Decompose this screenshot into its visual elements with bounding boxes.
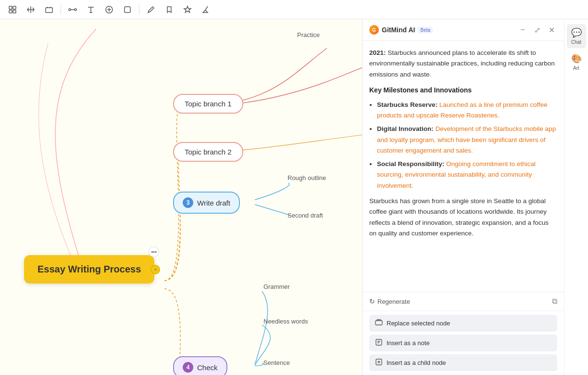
sentence-label: Sentence xyxy=(263,359,290,366)
topic-branch-1-label: Topic branch 1 xyxy=(185,100,232,108)
text-tool-btn[interactable] xyxy=(83,2,99,17)
check-label: Check xyxy=(197,363,218,372)
expand-btn[interactable]: ○ xyxy=(150,265,160,274)
svg-rect-9 xyxy=(375,321,382,325)
regen-label: Regenerate xyxy=(377,298,410,305)
panel-brand: G GitMind AI Beta xyxy=(369,25,433,35)
ai-response-text: 2021: Starbucks announced plans to accel… xyxy=(369,48,557,239)
grammer-label: Grammer xyxy=(263,283,290,290)
svg-rect-8 xyxy=(125,7,130,13)
beta-badge: Beta xyxy=(418,27,433,33)
svg-rect-0 xyxy=(9,6,12,9)
svg-point-5 xyxy=(69,9,71,11)
art-label: Art xyxy=(573,65,579,71)
milestone-social: Social Responsibility: Ongoing commitmen… xyxy=(377,159,557,191)
practice-label: Practice xyxy=(297,31,320,39)
conclusion-paragraph: Starbucks has grown from a single store … xyxy=(369,196,557,239)
panel-footer: ↻ Regenerate ⧉ Replace selected node Ins… xyxy=(363,292,564,375)
replace-node-label: Replace selected node xyxy=(387,320,450,327)
regen-icon: ↻ xyxy=(369,297,375,305)
check-node[interactable]: 4 Check xyxy=(173,356,227,375)
topic-branch-1-node[interactable]: Topic branch 1 xyxy=(173,94,243,114)
svg-rect-3 xyxy=(13,10,16,13)
svg-rect-10 xyxy=(376,339,382,345)
insert-note-icon xyxy=(375,338,383,348)
toolbar xyxy=(0,0,588,19)
chat-sidebar-btn[interactable]: 💬 Chat xyxy=(567,24,586,48)
eraser-btn[interactable] xyxy=(198,2,213,17)
regenerate-bar: ↻ Regenerate ⧉ xyxy=(363,292,564,311)
add-node-btn[interactable] xyxy=(101,2,117,17)
svg-rect-2 xyxy=(9,10,12,13)
toolbar-divider-2 xyxy=(139,5,139,14)
art-icon: 🎨 xyxy=(571,53,582,64)
insert-child-btn[interactable]: Insert as a child node xyxy=(369,354,557,371)
insert-note-btn[interactable]: Insert as a note xyxy=(369,335,557,351)
milestone-reserve: Starbucks Reserve: Launched as a line of… xyxy=(377,100,557,121)
write-draft-node[interactable]: 3 Write draft xyxy=(173,192,240,214)
chat-icon: 💬 xyxy=(571,27,582,38)
write-draft-label: Write draft xyxy=(197,199,230,207)
brand-name: GitMind AI xyxy=(382,26,415,34)
brand-icon: G xyxy=(369,25,379,35)
panel-content: 2021: Starbucks announced plans to accel… xyxy=(363,41,564,292)
bookmark-btn[interactable] xyxy=(162,2,177,17)
connector-tool-btn[interactable] xyxy=(65,2,80,17)
art-sidebar-btn[interactable]: 🎨 Art xyxy=(567,50,586,74)
frame-tool-btn[interactable] xyxy=(41,2,57,17)
svg-rect-1 xyxy=(13,6,16,9)
digital-title: Digital Innovation: xyxy=(377,125,436,132)
rough-outline-label: Rough outline xyxy=(288,174,326,181)
social-title: Social Responsibility: xyxy=(377,160,446,168)
needless-words-label: Needless words xyxy=(263,318,308,325)
svg-point-6 xyxy=(75,9,76,11)
milestones-list: Starbucks Reserve: Launched as a line of… xyxy=(369,100,557,191)
regenerate-btn[interactable]: ↻ Regenerate xyxy=(369,297,410,305)
chat-label: Chat xyxy=(571,39,581,45)
main-area: ••• Essay Writing Process ○ Topic branch… xyxy=(0,19,588,375)
write-draft-badge: 3 xyxy=(183,197,193,208)
topic-branch-2-label: Topic branch 2 xyxy=(185,148,232,156)
topic-branch-2-node[interactable]: Topic branch 2 xyxy=(173,142,243,162)
check-badge: 4 xyxy=(183,362,193,373)
panel-controls: − ⤢ ✕ xyxy=(517,24,557,36)
right-panel: G GitMind AI Beta − ⤢ ✕ 2021: Starbucks … xyxy=(362,19,564,375)
milestones-heading: Key Milestones and Innovations xyxy=(369,85,557,96)
insert-note-label: Insert as a note xyxy=(387,339,430,347)
central-node[interactable]: ••• Essay Writing Process ○ xyxy=(24,255,154,284)
action-buttons: Replace selected node Insert as a note I… xyxy=(363,311,564,375)
second-draft-label: Second draft xyxy=(288,212,323,219)
insert-child-label: Insert as a child node xyxy=(387,359,446,366)
copy-btn[interactable]: ⧉ xyxy=(552,297,557,306)
star-btn[interactable] xyxy=(180,2,195,17)
pan-tool-btn[interactable] xyxy=(23,2,38,17)
intro-paragraph: 2021: Starbucks announced plans to accel… xyxy=(369,48,557,80)
replace-node-icon xyxy=(375,319,383,328)
replace-node-btn[interactable]: Replace selected node xyxy=(369,315,557,332)
reserve-title: Starbucks Reserve: xyxy=(377,101,439,108)
central-node-label: Essay Writing Process xyxy=(38,264,141,274)
insert-child-icon xyxy=(375,358,383,367)
mindmap-canvas[interactable]: ••• Essay Writing Process ○ Topic branch… xyxy=(0,19,362,375)
shape-tool-btn[interactable] xyxy=(120,2,135,17)
select-tool-btn[interactable] xyxy=(5,2,20,17)
expand-panel-btn[interactable]: ⤢ xyxy=(531,24,543,36)
close-panel-btn[interactable]: ✕ xyxy=(546,24,557,36)
minimize-btn[interactable]: − xyxy=(517,24,528,36)
milestone-digital: Digital Innovation: Development of the S… xyxy=(377,124,557,156)
intro-bold: 2021: xyxy=(369,49,386,56)
svg-rect-4 xyxy=(46,8,52,13)
toolbar-divider-1 xyxy=(61,5,61,14)
panel-header: G GitMind AI Beta − ⤢ ✕ xyxy=(363,19,564,41)
sidebar-icons: 💬 Chat 🎨 Art xyxy=(564,19,588,375)
pen-tool-btn[interactable] xyxy=(143,2,159,17)
